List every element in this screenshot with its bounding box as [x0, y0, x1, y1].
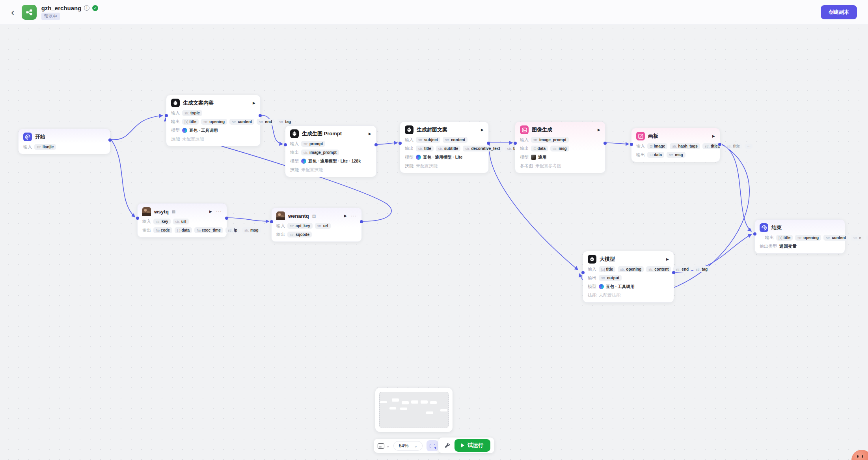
param-name: data — [182, 228, 190, 232]
param-name: hash_tags — [678, 144, 697, 148]
output-port[interactable] — [259, 114, 262, 117]
edge-imagegen-to-board[interactable] — [606, 143, 629, 144]
node-header: 图像生成▶ — [520, 125, 600, 134]
node-run-button[interactable]: ▶ — [481, 128, 484, 132]
node-imagegen[interactable]: 图像生成▶输入str.image_prompt输出⊡datastr.msg模型通… — [515, 122, 605, 173]
view-toolbar: ⌄ 64% ⌄ — [374, 439, 442, 453]
node-menu-button[interactable]: ··· — [216, 209, 222, 214]
param-name: title — [190, 120, 197, 124]
workflow-glyph — [25, 8, 33, 16]
param-name: image_prompt — [309, 150, 337, 155]
type-icon: str. — [228, 228, 233, 232]
edge-start-to-wsytq[interactable] — [111, 140, 135, 217]
input-port[interactable] — [284, 143, 287, 146]
more-params-button[interactable]: ··· — [745, 144, 753, 149]
doubao-icon — [301, 159, 306, 164]
type-icon: str. — [669, 153, 674, 157]
minimap-toggle-button[interactable] — [427, 440, 438, 451]
input-port[interactable] — [165, 114, 168, 117]
type-icon: [x] — [184, 120, 188, 124]
param-tag-opening: str.opening — [795, 235, 821, 241]
output-port[interactable] — [672, 271, 675, 274]
more-params-button[interactable]: ··· — [866, 235, 868, 240]
info-icon[interactable]: i — [84, 5, 89, 11]
type-icon: str. — [853, 236, 858, 240]
input-port[interactable] — [581, 271, 585, 274]
minimap-panel[interactable] — [375, 388, 453, 432]
node-start[interactable]: 开始输入str.lianjie — [18, 129, 110, 154]
run-button[interactable]: 试运行 — [454, 439, 490, 452]
node-cover[interactable]: 生成封面文案▶输入str.subjectstr.content输出str.tit… — [400, 122, 489, 173]
input-port[interactable] — [270, 220, 273, 223]
output-port[interactable] — [374, 143, 378, 146]
output-port[interactable] — [604, 142, 607, 145]
minimap-node — [402, 401, 409, 404]
param-name: tag — [285, 120, 291, 124]
row-label: 输出 — [405, 146, 414, 151]
node-run-button[interactable]: ▶ — [369, 132, 371, 136]
param-tag-tag: str.tag — [693, 266, 710, 272]
param-tag-content: str.content — [443, 137, 468, 143]
node-run-button[interactable]: ▶ — [209, 209, 212, 213]
node-wsytq[interactable]: wsytq▤▶···输入str.keystr.url输出№code{ }data… — [137, 203, 227, 237]
param-tag-decorative_text: str.decorative_text — [463, 146, 502, 151]
edge-board-to-end[interactable] — [721, 144, 751, 231]
node-header: 大模型▶ — [588, 255, 669, 264]
play-icon — [461, 443, 464, 447]
type-icon: ⊡ — [533, 147, 536, 151]
model-name: 豆包 · 工具调用 — [189, 128, 218, 133]
type-icon: [x] — [601, 267, 605, 271]
param-tag-data: { }data — [175, 227, 192, 233]
node-board[interactable]: 画板▶输入⊡imagestr.hash_tagsstr.title1str.ti… — [631, 128, 720, 162]
output-port[interactable] — [718, 143, 721, 146]
edge-wsytq-to-wenantq[interactable] — [228, 218, 269, 221]
output-port[interactable] — [487, 142, 490, 145]
edge-start-to-copywriting[interactable] — [111, 116, 162, 140]
minimap-node — [430, 401, 437, 404]
node-header: 开始 — [23, 133, 105, 141]
param-tag-topic: str.topic — [182, 110, 202, 116]
type-icon: str. — [553, 147, 557, 151]
back-button[interactable]: ‹ — [11, 7, 15, 17]
node-end[interactable]: 结束输出[x]titlestr.openingstr.contentstr.e·… — [754, 219, 845, 254]
input-port[interactable] — [399, 142, 402, 145]
node-run-button[interactable]: ▶ — [598, 128, 600, 132]
input-port[interactable] — [630, 143, 633, 146]
node-menu-button[interactable]: ··· — [351, 213, 357, 219]
param-name: api_key — [296, 224, 310, 228]
layout-select[interactable]: ⌄ — [378, 443, 389, 449]
type-icon: str. — [304, 151, 308, 155]
minimap-node — [421, 400, 428, 404]
node-header: 生成生图 Prompt▶ — [290, 129, 371, 138]
row-label: 输入 — [588, 266, 596, 272]
create-copy-button[interactable]: 创建副本 — [821, 5, 857, 19]
node-imgprompt[interactable]: 生成生图 Prompt▶输入str.prompt输出str.image_prom… — [285, 125, 376, 177]
output-port[interactable] — [108, 138, 112, 142]
node-run-button[interactable]: ▶ — [666, 257, 669, 261]
node-title: 图像生成 — [532, 126, 552, 133]
node-run-button[interactable]: ▶ — [712, 134, 715, 138]
input-port[interactable] — [136, 217, 139, 220]
node-run-button[interactable]: ▶ — [344, 214, 347, 218]
type-icon: str. — [37, 145, 41, 149]
type-icon: str. — [203, 120, 208, 124]
param-tag-msg: str.msg — [667, 152, 685, 158]
tools-button[interactable] — [444, 442, 451, 449]
node-llm[interactable]: 大模型▶输入[x]titlestr.openingstr.contentstr.… — [583, 251, 674, 303]
param-tag-title: str.title — [725, 143, 742, 149]
minimap-icon — [430, 444, 435, 448]
node-wenantq[interactable]: wenantq▤▶···输入str.api_keystr.url输出str.sq… — [271, 208, 362, 242]
plugin-badge-icon: ▤ — [172, 209, 175, 214]
output-port[interactable] — [225, 217, 228, 220]
node-row: 技能未配置技能 — [405, 163, 484, 169]
input-port[interactable] — [753, 232, 756, 236]
type-icon: str. — [418, 147, 423, 151]
zoom-select[interactable]: 64% ⌄ — [393, 441, 422, 451]
edge-imgprompt-to-cover[interactable] — [377, 143, 397, 144]
input-port[interactable] — [514, 142, 517, 145]
param-name: title — [606, 267, 613, 271]
node-copywriting[interactable]: 生成文案内容▶输入str.topic输出[x]titlestr.openings… — [166, 95, 261, 146]
output-port[interactable] — [360, 220, 363, 223]
row-label: 技能 — [290, 167, 299, 173]
node-run-button[interactable]: ▶ — [253, 101, 255, 105]
